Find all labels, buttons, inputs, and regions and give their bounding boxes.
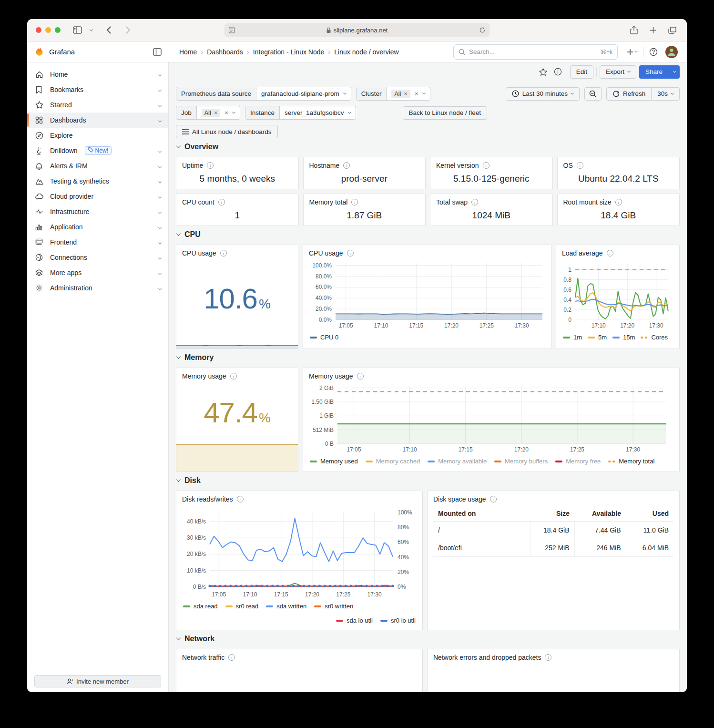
mega-menu-toggle-icon[interactable] — [153, 48, 162, 56]
zoom-out-time-icon[interactable] — [584, 87, 602, 101]
minimize-window-button[interactable] — [45, 27, 51, 33]
chevron-down-icon[interactable] — [159, 208, 161, 215]
section-network[interactable]: Network — [177, 635, 679, 643]
sidebar-item-infrastructure[interactable]: Infrastructure — [27, 204, 168, 219]
sidebar-item-home[interactable]: Home — [27, 67, 168, 82]
chevron-down-icon[interactable] — [159, 193, 161, 200]
info-icon[interactable] — [615, 199, 622, 205]
breadcrumb-item-home[interactable]: Home — [179, 48, 197, 56]
star-dashboard-icon[interactable] — [537, 66, 549, 78]
chevron-down-icon[interactable] — [159, 223, 161, 231]
info-icon[interactable] — [545, 654, 551, 661]
legend-item-cores[interactable]: Cores — [641, 334, 668, 341]
chevron-down-icon[interactable] — [159, 162, 161, 170]
cpu-usage-timeseries-panel[interactable]: CPU usage 0.0%20.0%40.0%60.0%80.0%100.0%… — [303, 245, 551, 349]
close-window-button[interactable] — [36, 27, 41, 33]
disk-space-usage-panel[interactable]: Disk space usage Mounted onSizeAvailable… — [427, 491, 680, 630]
export-button[interactable]: Export — [600, 65, 636, 79]
legend-item-memory-available[interactable]: Memory available — [428, 458, 487, 465]
clear-filter-icon[interactable]: × — [415, 91, 418, 97]
stat-panel-os[interactable]: OS Ubuntu 22.04.2 LTS — [557, 157, 680, 189]
info-icon[interactable] — [483, 162, 490, 169]
info-icon[interactable] — [577, 162, 583, 169]
disk-reads-writes-panel[interactable]: Disk reads/writes 0 B/s10 kB/s20 kB/s30 … — [176, 491, 423, 630]
sidebar-item-dashboards[interactable]: Dashboards — [27, 113, 168, 128]
legend-item-sr0-written[interactable]: sr0 written — [314, 603, 353, 610]
cluster-filter[interactable]: Cluster All× × — [356, 87, 430, 101]
chevron-down-icon[interactable] — [159, 177, 161, 185]
browser-sidebar-toggle-icon[interactable] — [71, 24, 83, 36]
legend-item-memory-total[interactable]: Memory total — [608, 458, 654, 465]
cpu-usage-stat-panel[interactable]: CPU usage 10.6% — [176, 245, 298, 349]
add-new-button[interactable] — [625, 47, 639, 57]
chevron-down-icon[interactable] — [159, 71, 161, 78]
time-range-picker[interactable]: Last 30 minutes — [506, 87, 580, 101]
stat-panel-hostname[interactable]: Hostname prod-server — [303, 157, 426, 189]
info-icon[interactable] — [230, 373, 237, 379]
stat-panel-cpu-count[interactable]: CPU count 1 — [176, 194, 299, 226]
section-disk[interactable]: Disk — [177, 476, 679, 485]
table-header-used[interactable]: Used — [626, 506, 673, 522]
job-selected-tag[interactable]: All× — [202, 109, 221, 117]
disk-reads-writes-chart[interactable]: 0 B/s10 kB/s20 kB/s30 kB/s40 kB/s17:0517… — [176, 504, 422, 601]
stat-panel-root-mount-size[interactable]: Root mount size 18.4 GiB — [557, 194, 680, 226]
section-cpu[interactable]: CPU — [177, 230, 679, 239]
chevron-down-icon[interactable] — [159, 116, 161, 124]
info-icon[interactable] — [351, 199, 358, 205]
sidebar-item-cloud-provider[interactable]: Cloud provider — [27, 189, 168, 204]
info-icon[interactable] — [347, 250, 354, 256]
address-bar[interactable]: sliplane.grafana.net — [224, 23, 490, 37]
info-icon[interactable] — [218, 199, 225, 205]
info-icon[interactable] — [220, 250, 227, 256]
help-icon[interactable] — [647, 46, 660, 58]
datasource-picker[interactable]: Prometheus data source grafanacloud-slip… — [176, 87, 351, 101]
network-traffic-panel[interactable]: Network traffic — [176, 649, 423, 692]
grafana-logo[interactable] — [34, 47, 44, 57]
sidebar-item-connections[interactable]: Connections — [27, 250, 168, 265]
legend-item-sr0-read[interactable]: sr0 read — [225, 603, 259, 610]
search-field[interactable] — [469, 48, 597, 55]
chevron-down-icon[interactable] — [159, 269, 161, 277]
info-icon[interactable] — [471, 199, 478, 205]
legend-item-1m[interactable]: 1m — [563, 334, 582, 341]
legend-item-sda-read[interactable]: sda read — [183, 603, 218, 610]
legend-item-memory-free[interactable]: Memory free — [555, 458, 601, 465]
refresh-interval-picker[interactable]: 30s — [652, 87, 680, 101]
refresh-button[interactable]: Refresh — [606, 87, 652, 101]
cluster-selected-tag[interactable]: All× — [391, 90, 410, 98]
legend-item-memory-buffers[interactable]: Memory buffers — [494, 458, 548, 465]
reader-icon[interactable] — [229, 27, 235, 33]
stat-panel-memory-total[interactable]: Memory total 1.87 GiB — [303, 194, 426, 226]
search-input[interactable]: ⌘+k — [453, 44, 618, 60]
table-header-mounted-on[interactable]: Mounted on — [433, 506, 530, 522]
sidebar-item-bookmarks[interactable]: Bookmarks — [27, 82, 168, 97]
stat-panel-uptime[interactable]: Uptime 5 months, 0 weeks — [176, 157, 299, 189]
sidebar-item-drilldown[interactable]: DrilldownNew! — [27, 143, 168, 158]
info-icon[interactable] — [607, 250, 613, 256]
stat-panel-kernel-version[interactable]: Kernel version 5.15.0-125-generic — [430, 157, 553, 189]
legend-item-5m[interactable]: 5m — [588, 334, 607, 341]
chevron-down-icon[interactable] — [159, 86, 161, 93]
network-errors-panel[interactable]: Network errors and dropped packets — [427, 649, 680, 692]
sidebar-item-alerts-irm[interactable]: Alerts & IRM — [27, 158, 168, 174]
edit-button[interactable]: Edit — [570, 65, 593, 79]
sidebar-item-frontend[interactable]: Frontend — [27, 235, 168, 250]
chevron-down-icon[interactable] — [159, 284, 161, 292]
chevron-down-icon[interactable] — [159, 101, 161, 109]
info-icon[interactable] — [237, 496, 244, 502]
share-page-icon[interactable] — [628, 24, 640, 36]
legend-item-cpu-0[interactable]: CPU 0 — [310, 334, 338, 341]
sidebar-item-application[interactable]: Application — [27, 219, 168, 235]
legend-item-15m[interactable]: 15m — [612, 334, 635, 341]
breadcrumb-item-dashboards[interactable]: Dashboards — [207, 48, 243, 56]
memory-usage-stat-panel[interactable]: Memory usage 47.4% — [176, 368, 298, 472]
info-icon[interactable] — [207, 162, 214, 169]
info-icon[interactable] — [357, 373, 364, 379]
stat-panel-total-swap[interactable]: Total swap 1024 MiB — [430, 194, 553, 226]
clear-filter-icon[interactable]: × — [224, 110, 228, 116]
share-button[interactable]: Share — [639, 65, 669, 79]
legend-item-sda-io-util[interactable]: sda io util — [336, 617, 373, 624]
share-dropdown-caret[interactable] — [669, 65, 680, 79]
load-average-panel[interactable]: Load average 00.20.40.60.8117:1017:2017:… — [556, 245, 680, 349]
legend-item-sda-written[interactable]: sda written — [266, 603, 306, 610]
